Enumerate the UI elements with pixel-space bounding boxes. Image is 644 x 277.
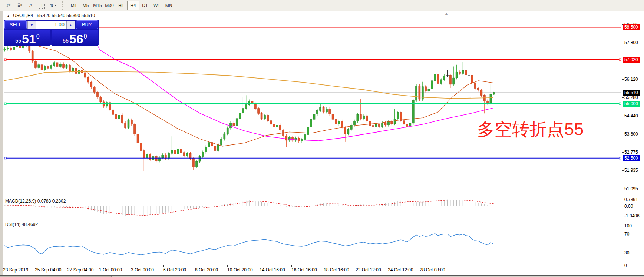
candle-body [487,101,489,103]
date-axis-label: 24 Oct 12:00 [388,267,413,273]
candle-body [416,86,417,100]
candle-body [310,119,312,127]
candle-body [230,123,232,128]
candle-body [239,113,241,119]
candle-body [205,147,207,152]
trader-annotation[interactable]: 多空转折点55 [477,118,584,141]
macd-axis-label: 0.7391 [624,197,638,202]
date-axis-tick [3,265,3,267]
candle-body [128,120,129,128]
ohlc-values: 55.420 55.540 55.390 55.510 [37,13,95,18]
candle-body [202,152,204,157]
candle-body [391,121,393,124]
date-axis-tick [356,265,356,267]
date-axis-label: 23 Sep 2019 [3,267,28,273]
candle-body [118,115,120,118]
candle-body [372,126,374,127]
candle-body [344,127,346,134]
volume-input[interactable]: 1.00 [36,21,66,29]
scrollbar-thumb[interactable] [0,276,112,277]
candle-body [137,134,139,143]
candle-body [307,127,309,134]
chart-shift-marker[interactable]: ▲ [445,11,448,16]
candle-body [329,109,331,114]
date-axis-tick [291,265,292,267]
candle-body [431,81,433,89]
panel-separator[interactable] [3,219,643,219]
candle-body [316,111,318,114]
candle-body [59,64,61,66]
volume-down-button[interactable]: ▼ [27,21,36,29]
rsi-axis-label: 30 [624,250,629,256]
candle-body [270,121,272,124]
date-axis-tick [163,265,164,267]
price-axis-line [622,11,622,275]
collapse-icon[interactable]: ▲ [7,14,10,18]
ask-main: 56 [69,33,83,45]
candle-body [16,46,18,47]
candle-body [66,66,67,68]
line-handle [619,103,621,104]
candle-body [465,70,467,75]
bid-price[interactable]: 55 51 0 [4,30,50,46]
candle-body [264,116,265,119]
date-axis-label: 1 Oct 00:00 [99,267,122,273]
candle-body [428,89,430,91]
candle-body [38,65,40,68]
candle-body [4,49,6,50]
candle-body [267,116,269,121]
candle-body [236,119,238,126]
one-click-trading-panel: SELL ▼ 1.00 ▲ BUY 55 51 0 55 56 0 [4,20,99,45]
candle-body [313,114,315,119]
candle-body [357,114,359,121]
candle-body [112,110,114,114]
candle-body [245,105,247,109]
candle-body [72,68,74,71]
axis-price-badge: 57.020 [623,57,640,63]
buy-button[interactable]: BUY [76,20,98,29]
axis-price-label: 52.775 [624,150,638,155]
panel-separator[interactable] [3,196,643,196]
candle-body [186,153,188,156]
candle-body [63,64,65,67]
candle-body [196,161,198,167]
candle-body [261,113,262,119]
candle-body [217,145,219,151]
ask-handle: 55 [63,38,69,44]
symbol-period: USOil-,H4 [13,13,33,18]
rsi-axis-label: 100 [624,223,632,228]
candle-body [490,94,492,103]
rsi-label: RSI(14) 48.4692 [5,222,38,227]
date-axis-label: 6 Oct 23:00 [163,267,186,273]
candle-body [406,124,408,127]
candle-body [493,93,495,94]
candle-body [354,121,356,125]
candle-body [258,109,260,114]
candle-body [221,139,222,144]
candle-body [332,114,334,119]
date-axis-tick [67,265,67,267]
ask-price[interactable]: 55 56 0 [52,30,98,46]
candle-body [208,143,210,147]
axis-tick [622,189,624,189]
axis-tick [622,170,624,171]
bid-main: 51 [22,33,36,45]
volume-up-button[interactable]: ▲ [66,21,75,29]
candle-body [192,158,194,167]
bid-handle: 55 [15,38,21,44]
candle-body [115,114,117,119]
candle-body [56,63,58,67]
candle-body [143,151,145,158]
candle-body [199,156,201,161]
axis-price-label: 54.440 [624,113,638,119]
candle-body [378,124,380,127]
candle-body [456,72,458,78]
ask-point: 0 [84,33,87,40]
date-axis-label: 25 Sep 04:00 [35,267,61,273]
candle-body [443,76,445,80]
candle-body [288,137,290,140]
chart-title: ▲ USOil-,H4 55.420 55.540 55.390 55.510 [7,13,95,18]
candle-body [375,124,377,127]
sell-button[interactable]: SELL [4,20,27,29]
line-handle [4,59,6,60]
